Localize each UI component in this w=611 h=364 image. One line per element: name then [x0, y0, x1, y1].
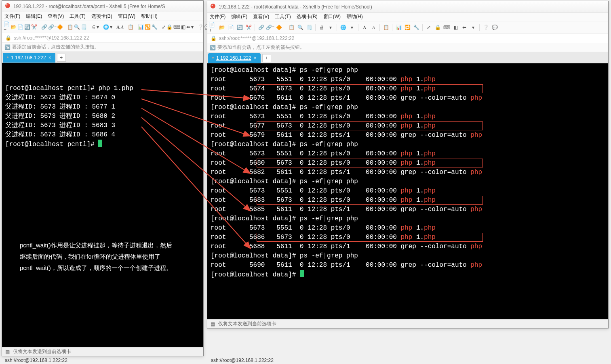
- menu-view[interactable]: 查看(V): [48, 13, 64, 20]
- toolbar-button-icon[interactable]: 𝐴: [121, 23, 124, 31]
- ps-row: root 5673 5551 0 12:28 pts/0 00:00:00 ph…: [211, 186, 605, 196]
- toolbar-button-icon[interactable]: 📋: [287, 23, 295, 31]
- toolbar-button-icon[interactable]: 🔒: [166, 23, 173, 31]
- ps-row: root 5677 5673 0 12:28 pts/0 00:00:00 ph…: [211, 121, 605, 131]
- toolbar-button-icon[interactable]: 🔶: [57, 23, 63, 31]
- session-tab[interactable]: 1 192.168.1.222 ×: [208, 53, 261, 63]
- address-text[interactable]: ssh://root:******@192.168.1.222:22: [14, 35, 89, 41]
- terminal-prompt-line: [root@localhost data]# ps -ef|grep php: [211, 177, 605, 186]
- tab-close-icon[interactable]: ×: [48, 55, 51, 61]
- toolbar-button-icon[interactable]: ✂️: [31, 23, 37, 31]
- toolbar-button-icon[interactable]: 📋: [128, 23, 134, 31]
- toolbar-button-icon[interactable]: 📊: [394, 23, 402, 31]
- toolbar-button-icon[interactable]: 📂: [11, 23, 17, 31]
- toolbar-button-icon[interactable]: 💬: [491, 23, 499, 31]
- toolbar-button-icon[interactable]: 𝐀: [116, 23, 120, 31]
- toolbar-button-icon[interactable]: 🗒️: [81, 23, 87, 31]
- toolbar-button-icon[interactable]: ▾: [191, 23, 194, 31]
- toolbar-button-icon[interactable]: 🔗: [257, 23, 265, 31]
- toolbar-button-icon[interactable]: 🖨: [318, 23, 326, 31]
- toolbar: 📄+📂📄🔄✂️🔗🔗⁻🔶📋🔍🗒️🖨▾🌐▾𝐀𝐴📋📊🔁🔧⤢🔒⌨◧⬅▾❔💬: [2, 21, 203, 33]
- titlebar[interactable]: 192.168.1.222 - root@localhost:/data - X…: [207, 1, 608, 13]
- toolbar-button-icon[interactable]: ⬅: [460, 23, 468, 31]
- menu-edit[interactable]: 编辑(E): [231, 13, 247, 20]
- toolbar-button-icon[interactable]: ▾: [469, 23, 477, 31]
- toolbar-button-icon[interactable]: 🔶: [275, 23, 283, 31]
- toolbar-button-icon[interactable]: 📄: [227, 23, 235, 31]
- add-tab-button[interactable]: +: [262, 54, 271, 62]
- menu-window[interactable]: 窗口(W): [118, 13, 135, 20]
- menu-file[interactable]: 文件(F): [4, 13, 20, 20]
- menu-file[interactable]: 文件(F): [210, 13, 225, 20]
- app-icon: [210, 3, 216, 10]
- toolbar-button-icon[interactable]: 📄+: [4, 23, 10, 31]
- toolbar-button-icon[interactable]: 📋: [67, 23, 73, 31]
- toolbar-button-icon[interactable]: 🔄: [24, 23, 30, 31]
- tabstrip: 1 192.168.1.222 × +: [2, 52, 203, 63]
- window-title: 192.168.1.222 - root@localhost:/data - X…: [219, 4, 372, 10]
- menu-tools[interactable]: 工具(T): [70, 13, 85, 20]
- terminal[interactable]: [root@localhost pcntl]# php 1.php父进程ID: …: [2, 63, 203, 347]
- toolbar-button-icon[interactable]: 📄: [17, 23, 23, 31]
- menu-help[interactable]: 帮助(H): [346, 13, 363, 20]
- toolbar-button-icon[interactable]: ⌨: [442, 23, 451, 31]
- toolbar-button-icon[interactable]: 📄+: [209, 23, 217, 31]
- toolbar-button-icon[interactable]: ✂️: [244, 23, 253, 31]
- ps-row: root 5690 5611 0 12:28 pts/1 00:00:00 gr…: [211, 261, 605, 270]
- menu-tab[interactable]: 选项卡(B): [91, 13, 112, 20]
- status-connection-left: ssh://root@192.168.1.222:22: [2, 357, 204, 364]
- toolbar-button-icon[interactable]: 📋: [382, 23, 390, 31]
- titlebar[interactable]: 192.168.1.222 - root@localhost:/data/pcn…: [2, 1, 203, 12]
- toolbar-button-icon[interactable]: 🔍: [74, 23, 80, 31]
- toolbar-button-icon[interactable]: 🔄: [236, 23, 244, 31]
- toolbar-button-icon[interactable]: ◧: [181, 23, 185, 31]
- svg-point-1: [6, 4, 8, 6]
- ps-row: root 5673 5551 0 12:28 pts/0 00:00:00 ph…: [211, 75, 605, 84]
- highlight-box: [257, 233, 483, 242]
- toolbar-button-icon[interactable]: 🔗: [41, 23, 47, 31]
- toolbar-button-icon[interactable]: ⌨: [173, 23, 180, 31]
- toolbar-button-icon[interactable]: ◧: [451, 23, 459, 31]
- terminal-line: [root@localhost pcntl]#: [5, 140, 200, 149]
- toolbar-button-icon[interactable]: 🔁: [403, 23, 411, 31]
- toolbar-button-icon[interactable]: 🔧: [152, 23, 158, 31]
- toolbar-button-icon[interactable]: ⤢: [425, 23, 433, 31]
- toolbar-button-icon[interactable]: 🔒: [434, 23, 442, 31]
- toolbar-button-icon[interactable]: ▾: [97, 23, 99, 31]
- toolbar-button-icon[interactable]: 🌐: [103, 23, 109, 31]
- toolbar-button-icon[interactable]: 📂: [218, 23, 226, 31]
- toolbar-button-icon[interactable]: ▾: [327, 23, 335, 31]
- toolbar-button-icon[interactable]: 🔧: [412, 23, 420, 31]
- menu-help[interactable]: 帮助(H): [141, 13, 158, 20]
- toolbar-button-icon[interactable]: ▾: [348, 23, 356, 31]
- ps-row: root 5673 5551 0 12:28 pts/0 00:00:00 ph…: [211, 112, 605, 121]
- menu-window[interactable]: 窗口(W): [323, 13, 341, 20]
- toolbar-button-icon[interactable]: 🔁: [145, 23, 151, 31]
- toolbar-button-icon[interactable]: ❔: [482, 23, 490, 31]
- toolbar-button-icon[interactable]: 🔗⁻: [266, 23, 274, 31]
- toolbar-button-icon[interactable]: 📊: [138, 23, 144, 31]
- toolbar-button-icon[interactable]: 🗒️: [305, 23, 313, 31]
- menu-tab[interactable]: 选项卡(B): [297, 13, 318, 20]
- toolbar-button-icon[interactable]: ⬅: [186, 23, 190, 31]
- menu-tools[interactable]: 工具(T): [275, 13, 291, 20]
- toolbar-button-icon[interactable]: 🖨: [91, 23, 96, 31]
- toolbar-button-icon[interactable]: 𝐴: [369, 23, 377, 31]
- toolbar-button-icon[interactable]: ❔: [198, 23, 204, 31]
- tab-close-icon[interactable]: ×: [254, 55, 257, 61]
- session-tab[interactable]: 1 192.168.1.222 ×: [3, 53, 55, 63]
- toolbar-button-icon[interactable]: 🔗⁻: [48, 23, 56, 31]
- toolbar-button-icon[interactable]: 𝐀: [360, 23, 369, 31]
- arrow-hint-icon: ↘️: [4, 44, 11, 50]
- toolbar-button-icon[interactable]: 🔍: [296, 23, 304, 31]
- menu-view[interactable]: 查看(V): [253, 13, 269, 20]
- add-tab-button[interactable]: +: [57, 54, 66, 62]
- address-text[interactable]: ssh://root:******@192.168.1.222:22: [219, 36, 294, 41]
- annotation-note: pcntl_wait()作用是让父进程挂起，等待子进程退出，然后继续后面的代码，…: [20, 240, 173, 274]
- toolbar-button-icon[interactable]: ▾: [110, 23, 112, 31]
- menu-edit[interactable]: 编辑(E): [26, 13, 42, 20]
- toolbar-button-icon[interactable]: 🌐: [339, 23, 347, 31]
- toolbar-separator: [315, 24, 316, 31]
- toolbar-button-icon[interactable]: ⤢: [162, 23, 166, 31]
- terminal[interactable]: [root@localhost data]# ps -ef|grep phpro…: [207, 63, 608, 319]
